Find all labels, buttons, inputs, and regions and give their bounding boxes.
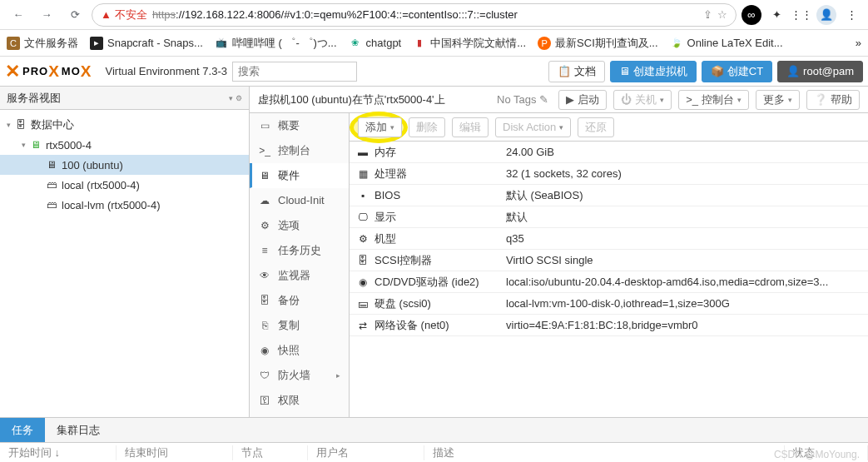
content-panel: 虚拟机100 (ubuntu)在节点'rtx5000-4'上 No Tags ✎… xyxy=(250,87,868,417)
tree-header[interactable]: 服务器视图▾ ⚙ xyxy=(0,87,249,110)
tree-storage-locallvm[interactable]: 🗃local-lvm (rtx5000-4) xyxy=(0,195,249,215)
revert-button[interactable]: 还原 xyxy=(578,117,614,137)
tab-backup[interactable]: 🗄备份 xyxy=(250,288,349,313)
tab-replication[interactable]: ⎘复制 xyxy=(250,313,349,338)
tab-cloudinit[interactable]: ☁Cloud-Init xyxy=(250,188,349,213)
reload-button[interactable]: ⟳ xyxy=(63,3,87,27)
clusterlog-tab[interactable]: 集群日志 xyxy=(45,418,112,442)
content-header: 虚拟机100 (ubuntu)在节点'rtx5000-4'上 No Tags ✎… xyxy=(250,87,868,113)
no-tags[interactable]: No Tags ✎ xyxy=(497,93,548,106)
avatar-icon[interactable]: 👤 xyxy=(816,5,836,25)
log-columns: 开始时间 ↓ 结束时间 节点 用户名 描述 状态 CSDN @MoYoung. xyxy=(0,442,868,462)
hw-row-scsi[interactable]: 🗄SCSI控制器VirtIO SCSI single xyxy=(350,250,868,271)
tasks-tab[interactable]: 任务 xyxy=(0,418,45,442)
create-ct-button[interactable]: 📦 创建CT xyxy=(702,61,772,82)
tab-summary[interactable]: ▭概要 xyxy=(250,113,349,138)
tab-monitor[interactable]: 👁监视器 xyxy=(250,263,349,288)
bookmark-item[interactable]: 🍃Online LaTeX Edit... xyxy=(670,37,783,50)
tree-node[interactable]: ▾🖥rtx5000-4 xyxy=(0,135,249,155)
tree-datacenter[interactable]: ▾🗄数据中心 xyxy=(0,115,249,135)
tab-options[interactable]: ⚙选项 xyxy=(250,213,349,238)
hw-row-cpu[interactable]: ▦处理器32 (1 sockets, 32 cores) xyxy=(350,163,868,185)
browser-toolbar: ← → ⟳ ▲ 不安全 https://192.168.122.4:8006/#… xyxy=(0,0,868,30)
col-start[interactable]: 开始时间 ↓ xyxy=(0,445,117,460)
url-text: https://192.168.122.4:8006/#v1:0:=qemu%2… xyxy=(152,8,698,21)
share-icon[interactable]: ⇪ xyxy=(703,8,712,21)
hw-row-machine[interactable]: ⚙机型q35 xyxy=(350,228,868,250)
create-vm-button[interactable]: 🖥 创建虚拟机 xyxy=(610,61,697,82)
tab-taskhistory[interactable]: ≡任务历史 xyxy=(250,238,349,263)
back-button[interactable]: ← xyxy=(7,3,30,27)
side-tabs: ▭概要 >_控制台 🖥硬件 ☁Cloud-Init ⚙选项 ≡任务历史 👁监视器… xyxy=(250,113,350,417)
more-button[interactable]: 更多 ▾ xyxy=(756,90,800,110)
search-input[interactable] xyxy=(232,62,357,82)
col-end[interactable]: 结束时间 xyxy=(117,445,233,460)
add-button[interactable]: 添加 ▾ xyxy=(358,117,402,137)
forward-button[interactable]: → xyxy=(35,3,58,27)
col-desc[interactable]: 描述 xyxy=(424,445,785,460)
bookmark-item[interactable]: ▮中国科学院文献情... xyxy=(413,36,526,51)
resource-tree-panel: 服务器视图▾ ⚙ ▾🗄数据中心 ▾🖥rtx5000-4 🖥100 (ubuntu… xyxy=(0,87,250,417)
bookmark-item[interactable]: C文件服务器 xyxy=(7,36,78,51)
content-body: ▭概要 >_控制台 🖥硬件 ☁Cloud-Init ⚙选项 ≡任务历史 👁监视器… xyxy=(250,113,868,417)
bookmark-item[interactable]: P最新SCI期刊查询及... xyxy=(538,36,658,51)
insecure-badge: ▲ 不安全 xyxy=(101,7,147,22)
logo: ✕PROXMOX xyxy=(5,61,94,82)
bookmark-item[interactable]: ▸Snapcraft - Snaps... xyxy=(90,37,203,50)
help-button[interactable]: ❔ 帮助 xyxy=(806,90,860,110)
main-area: 服务器视图▾ ⚙ ▾🗄数据中心 ▾🖥rtx5000-4 🖥100 (ubuntu… xyxy=(0,87,868,417)
hw-row-bios[interactable]: ▪BIOS默认 (SeaBIOS) xyxy=(350,185,868,206)
hw-row-disk[interactable]: 🖴硬盘 (scsi0)local-lvm:vm-100-disk-0,iothr… xyxy=(350,293,868,315)
tree-storage-local[interactable]: 🗃local (rtx5000-4) xyxy=(0,175,249,195)
hardware-toolbar: 添加 ▾ 删除 编辑 Disk Action ▾ 还原 xyxy=(350,113,868,142)
hw-row-net[interactable]: ⇄网络设备 (net0)virtio=4E:9A:F1:81:BC:18,bri… xyxy=(350,315,868,336)
bottom-tabs: 任务 集群日志 xyxy=(0,417,868,442)
menu-icon[interactable]: ⋮ xyxy=(841,5,861,25)
address-bar[interactable]: ▲ 不安全 https://192.168.122.4:8006/#v1:0:=… xyxy=(92,3,737,27)
tab-console[interactable]: >_控制台 xyxy=(250,138,349,163)
tab-snapshot[interactable]: ◉快照 xyxy=(250,338,349,363)
col-user[interactable]: 用户名 xyxy=(308,445,424,460)
product-version: Virtual Environment 7.3-3 xyxy=(106,65,227,77)
vm-title: 虚拟机100 (ubuntu)在节点'rtx5000-4'上 xyxy=(258,92,445,107)
bookmarks-bar: C文件服务器 ▸Snapcraft - Snaps... 📺哔哩哔哩 ( ゜- … xyxy=(0,30,868,57)
start-button[interactable]: ▶ 启动 xyxy=(558,90,607,110)
hw-row-display[interactable]: 🖵显示默认 xyxy=(350,206,868,228)
col-node[interactable]: 节点 xyxy=(233,445,308,460)
extension-icon[interactable]: ∞ xyxy=(742,5,761,25)
console-button[interactable]: >_ 控制台 ▾ xyxy=(678,90,749,110)
shutdown-button[interactable]: ⏻ 关机 ▾ xyxy=(613,90,672,110)
edit-button[interactable]: 编辑 xyxy=(452,117,489,137)
bookmark-item[interactable]: ❀chatgpt xyxy=(349,37,402,50)
hw-row-cdrom[interactable]: ◉CD/DVD驱动器 (ide2)local:iso/ubuntu-20.04.… xyxy=(350,271,868,293)
tree-body: ▾🗄数据中心 ▾🖥rtx5000-4 🖥100 (ubuntu) 🗃local … xyxy=(0,110,249,417)
watermark: CSDN @MoYoung. xyxy=(774,449,860,460)
remove-button[interactable]: 删除 xyxy=(409,117,445,137)
extension-icon-2[interactable]: ⋮⋮ xyxy=(791,5,811,25)
disk-action-button[interactable]: Disk Action ▾ xyxy=(495,117,571,137)
tab-permissions[interactable]: ⚿权限 xyxy=(250,388,349,413)
hardware-panel: 添加 ▾ 删除 编辑 Disk Action ▾ 还原 ▬内存24.00 GiB… xyxy=(350,113,868,417)
tab-firewall[interactable]: 🛡防火墙 ▸ xyxy=(250,363,349,388)
tab-hardware[interactable]: 🖥硬件 xyxy=(250,163,349,188)
bookmark-item[interactable]: 📺哔哩哔哩 ( ゜- ゜)つ... xyxy=(215,36,337,51)
app-header: ✕PROXMOX Virtual Environment 7.3-3 📋 文档 … xyxy=(0,57,868,87)
tree-vm[interactable]: 🖥100 (ubuntu) xyxy=(0,155,249,175)
docs-button[interactable]: 📋 文档 xyxy=(548,61,605,82)
hardware-table: ▬内存24.00 GiB ▦处理器32 (1 sockets, 32 cores… xyxy=(350,142,868,417)
puzzle-icon[interactable]: ✦ xyxy=(766,5,786,25)
hw-row-memory[interactable]: ▬内存24.00 GiB xyxy=(350,142,868,163)
bookmarks-overflow[interactable]: » xyxy=(856,37,861,49)
user-menu[interactable]: 👤 root@pam xyxy=(777,61,863,82)
star-icon[interactable]: ☆ xyxy=(717,8,727,21)
